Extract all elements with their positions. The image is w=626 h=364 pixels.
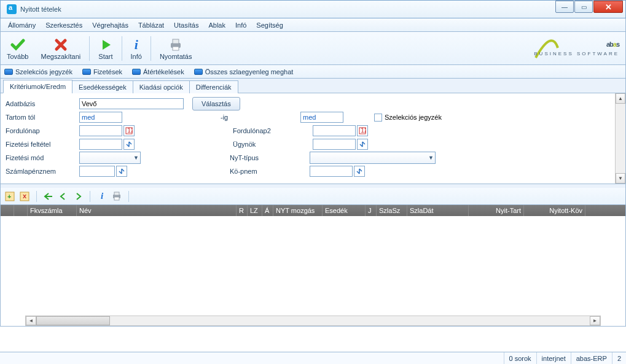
nav-first-icon[interactable] xyxy=(43,191,54,202)
svg-rect-16 xyxy=(114,192,119,195)
szelekcios-checkbox[interactable] xyxy=(374,114,382,122)
lookup-icon[interactable] xyxy=(354,166,365,177)
column-header[interactable]: NYT mozgás xyxy=(273,205,323,216)
sub-toolbar: Szelekciós jegyzék Fizetések Átértékelés… xyxy=(0,65,626,79)
subopt-osszes[interactable]: Összes szlaegyenleg meghat xyxy=(194,68,294,76)
column-header[interactable]: SzlaSz xyxy=(377,205,407,216)
nav-next-icon[interactable] xyxy=(72,191,84,202)
tab-strip: Kritériumok/Eredm Esedékességek Kiadási … xyxy=(0,79,626,93)
szelekcios-cb-label: Szelekciós jegyzék xyxy=(385,114,442,121)
column-header[interactable]: SzlaDát xyxy=(407,205,469,216)
tab-esedekessegek[interactable]: Esedékességek xyxy=(72,80,133,93)
window-buttons: — ▭ ✕ xyxy=(555,1,623,18)
subopt-atertekelesek[interactable]: Átértékelések xyxy=(132,68,184,76)
play-icon xyxy=(99,37,112,53)
start-button[interactable]: Start xyxy=(92,32,119,64)
menu-szerkesztes[interactable]: Szerkesztés xyxy=(41,20,87,31)
ig-input[interactable] xyxy=(300,112,343,123)
adatbazis-input[interactable] xyxy=(79,98,184,109)
lookup-icon[interactable] xyxy=(357,139,368,150)
tab-differenciak[interactable]: Differenciák xyxy=(189,80,238,93)
svg-text:12: 12 xyxy=(361,127,366,134)
column-header[interactable]: Fkvszámla xyxy=(28,205,77,216)
menu-vegrehajtas[interactable]: Végrehajtás xyxy=(87,20,133,31)
nyt-combo[interactable]: ▼ xyxy=(310,152,436,164)
form-scrollbar[interactable]: ▲ ▼ xyxy=(615,93,625,184)
menu-utasitas[interactable]: Utasítás xyxy=(169,20,203,31)
column-header[interactable]: Nyitott-Köv xyxy=(524,205,585,216)
valasztas-button[interactable]: Választás xyxy=(192,97,240,110)
status-rows: 0 sorok xyxy=(504,352,536,364)
table-toolbar: + x i xyxy=(0,188,626,205)
delete-row-icon[interactable]: x xyxy=(19,191,30,202)
menu-info[interactable]: Infó xyxy=(230,20,251,31)
megszakitani-button[interactable]: Megszakítani xyxy=(34,32,87,64)
table-header: FkvszámlaNévRLZÁNYT mozgásEsedékJSzlaSzS… xyxy=(1,205,625,216)
maximize-button[interactable]: ▭ xyxy=(574,1,593,13)
scroll-up-icon[interactable]: ▲ xyxy=(616,93,625,104)
lookup-icon[interactable] xyxy=(123,139,135,150)
kopnem-input[interactable] xyxy=(310,166,353,177)
info-button[interactable]: i Infó xyxy=(125,32,148,64)
minimize-button[interactable]: — xyxy=(555,1,574,13)
megszakitani-label: Megszakítani xyxy=(41,53,80,60)
main-toolbar: Tovább Megszakítani Start i Infó Nyomtat… xyxy=(0,32,626,65)
lookup-icon[interactable] xyxy=(116,166,127,177)
criteria-form: Adatbázis Választás Tartom tól -ig Szele… xyxy=(0,93,626,184)
tartom-input[interactable] xyxy=(79,112,122,123)
column-header[interactable]: R xyxy=(237,205,248,216)
date-picker-icon[interactable]: 12 xyxy=(123,125,135,136)
svg-rect-17 xyxy=(114,197,119,200)
column-header[interactable] xyxy=(14,205,28,216)
led-icon xyxy=(82,69,91,75)
scroll-left-icon[interactable]: ◄ xyxy=(26,316,36,325)
nyomtatas-label: Nyomtatás xyxy=(160,53,192,60)
date-picker-icon[interactable]: 12 xyxy=(357,125,368,136)
window-title: Nyitott tételek xyxy=(20,6,555,13)
column-header[interactable]: Név xyxy=(77,205,237,216)
toolbar-separator xyxy=(89,36,90,61)
led-icon xyxy=(194,69,203,75)
fizfelt-input[interactable] xyxy=(79,139,122,150)
scroll-thumb[interactable] xyxy=(36,316,110,325)
menu-ablak[interactable]: Ablak xyxy=(203,20,230,31)
subopt-szelekcios[interactable]: Szelekciós jegyzék xyxy=(4,68,72,76)
horizontal-scrollbar[interactable]: ◄ ► xyxy=(25,316,601,326)
svg-text:x: x xyxy=(23,192,27,199)
result-table: FkvszámlaNévRLZÁNYT mozgásEsedékJSzlaSzS… xyxy=(0,205,626,327)
close-button[interactable]: ✕ xyxy=(593,1,623,13)
mini-info-icon[interactable]: i xyxy=(96,191,108,202)
column-header[interactable]: Esedék xyxy=(323,205,366,216)
mini-print-icon[interactable] xyxy=(111,191,122,202)
menu-allomany[interactable]: Állomány xyxy=(3,20,41,31)
tovabb-button[interactable]: Tovább xyxy=(1,32,34,64)
menu-tablazat[interactable]: Táblázat xyxy=(133,20,169,31)
column-header[interactable]: Á xyxy=(262,205,273,216)
column-header[interactable] xyxy=(1,205,14,216)
tartom-label: Tartom tól xyxy=(6,114,79,121)
printer-icon xyxy=(168,37,183,53)
fordulonap2-input[interactable] xyxy=(313,125,356,136)
menu-segitseg[interactable]: Segítség xyxy=(251,20,288,31)
column-header[interactable]: Nyit-Tart xyxy=(469,205,524,216)
svg-rect-2 xyxy=(173,47,179,50)
fordulonap-input[interactable] xyxy=(79,125,122,136)
subopt-fizetesek[interactable]: Fizetések xyxy=(82,68,122,76)
scroll-down-icon[interactable]: ▼ xyxy=(616,173,625,184)
status-n: 2 xyxy=(612,352,626,364)
column-header[interactable]: J xyxy=(366,205,377,216)
ugynok-input[interactable] xyxy=(313,139,356,150)
column-header[interactable]: LZ xyxy=(248,205,262,216)
scroll-right-icon[interactable]: ► xyxy=(590,316,600,325)
info-label: Infó xyxy=(131,53,142,60)
add-row-icon[interactable]: + xyxy=(4,191,15,202)
tab-kriteriumok[interactable]: Kritériumok/Eredm xyxy=(3,80,72,93)
fordulonap2-label: Fordulónap2 xyxy=(233,127,313,134)
nyomtatas-button[interactable]: Nyomtatás xyxy=(154,32,198,64)
nav-prev-icon[interactable] xyxy=(58,191,69,202)
adatbazis-label: Adatbázis xyxy=(6,100,79,107)
fizmod-combo[interactable]: ▼ xyxy=(79,152,141,164)
szamla-input[interactable] xyxy=(79,166,115,177)
tab-kiadasi[interactable]: Kiadási opciók xyxy=(133,80,190,93)
status-net: interjnet xyxy=(536,352,571,364)
